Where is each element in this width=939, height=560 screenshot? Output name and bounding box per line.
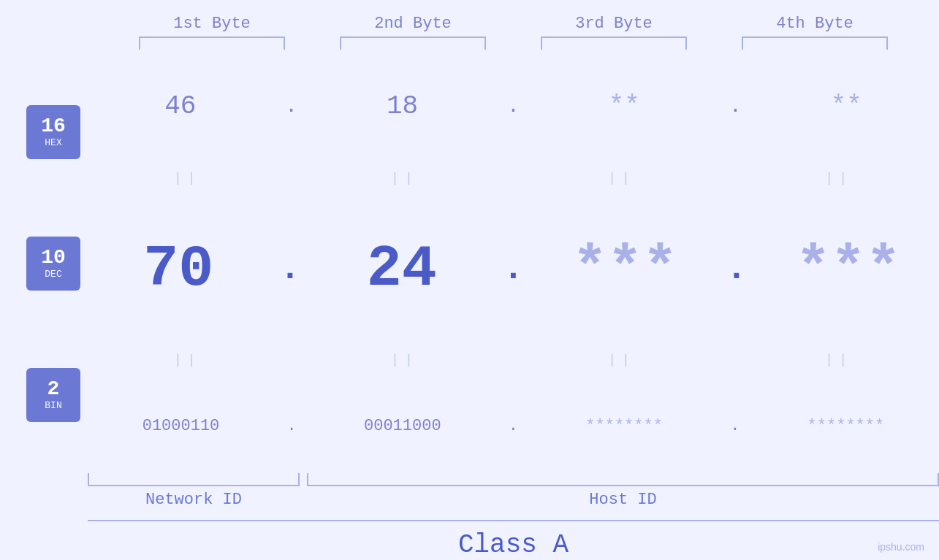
watermark: ipshu.com	[878, 541, 924, 553]
bin-b1-cell: 01000110	[101, 417, 262, 435]
sep-2-b1: ||	[107, 353, 268, 367]
dec-row: 70 . 24 . *** . ***	[88, 236, 939, 302]
bottom-section: Network ID Host ID	[88, 473, 939, 509]
network-id-label: Network ID	[88, 491, 300, 509]
dec-b1-cell: 70	[98, 236, 259, 302]
bracket-top-2	[340, 37, 486, 50]
bracket-host	[307, 473, 939, 486]
bracket-top-1	[139, 37, 285, 50]
dec-b1-value: 70	[143, 236, 213, 302]
host-id-label: Host ID	[307, 491, 939, 509]
dec-b4-cell: ***	[768, 236, 929, 302]
bin-b2-value: 00011000	[364, 417, 441, 435]
dec-b2-cell: 24	[322, 236, 482, 302]
sep-2-b2: ||	[324, 353, 485, 367]
byte3-header: 3rd Byte	[533, 15, 694, 33]
hex-b3-value: **	[609, 91, 640, 121]
sep-2-b4: ||	[759, 353, 919, 367]
badge-dec-number: 10	[41, 247, 66, 269]
badges-column: 16 HEX 10 DEC 2 BIN	[0, 66, 88, 461]
dec-dot-3: .	[726, 249, 748, 288]
dec-b2-value: 24	[367, 236, 437, 302]
bin-b1-value: 01000110	[142, 417, 220, 435]
bin-b3-cell: ********	[544, 417, 704, 435]
sep-row-2: || || || ||	[88, 353, 939, 367]
class-bracket-line	[88, 520, 939, 521]
bin-b4-cell: ********	[765, 417, 926, 435]
badge-hex: 16 HEX	[26, 105, 80, 159]
main-container: 1st Byte 2nd Byte 3rd Byte 4th Byte 16 H…	[0, 0, 939, 560]
sep-2-b3: ||	[541, 353, 702, 367]
bin-dot-2: .	[509, 417, 518, 435]
hex-dot-2: .	[507, 95, 520, 118]
sep-row-1: || || || ||	[88, 171, 939, 185]
hex-b4-cell: **	[766, 91, 927, 121]
sep-1-b2: ||	[324, 171, 485, 185]
badge-bin: 2 BIN	[26, 368, 80, 422]
top-brackets	[112, 37, 916, 50]
dec-dot-2: .	[503, 249, 524, 288]
hex-b2-value: 18	[387, 91, 418, 121]
hex-b2-cell: 18	[322, 91, 483, 121]
badge-bin-label: BIN	[45, 400, 61, 411]
byte2-header: 2nd Byte	[332, 15, 493, 33]
badge-bin-number: 2	[47, 378, 60, 401]
dec-dot-1: .	[280, 249, 301, 288]
bin-b2-cell: 00011000	[322, 417, 483, 435]
dec-b3-value: ***	[572, 236, 677, 302]
sep-1-b4: ||	[759, 171, 919, 185]
badge-dec: 10 DEC	[26, 237, 80, 291]
badge-dec-label: DEC	[45, 269, 61, 280]
hex-dot-3: .	[729, 95, 742, 118]
byte1-header: 1st Byte	[132, 15, 292, 33]
class-label: Class A	[88, 530, 939, 560]
byte-headers: 1st Byte 2nd Byte 3rd Byte 4th Byte	[112, 15, 916, 33]
dec-b4-value: ***	[796, 236, 901, 302]
bin-dot-1: .	[287, 417, 297, 435]
hex-b1-value: 46	[164, 91, 196, 121]
hex-b4-value: **	[831, 91, 862, 121]
bottom-brackets	[88, 473, 939, 486]
main-content: 16 HEX 10 DEC 2 BIN 46 . 18	[0, 57, 939, 469]
hex-row: 46 . 18 . ** . **	[88, 91, 939, 121]
bin-row: 01000110 . 00011000 . ******** . *******…	[88, 417, 939, 435]
data-area: 46 . 18 . ** . ** || ||	[88, 66, 939, 461]
bin-b4-value: ********	[807, 417, 885, 435]
sep-1-b3: ||	[541, 171, 702, 185]
bracket-network	[88, 473, 300, 486]
sep-1-b1: ||	[107, 171, 268, 185]
badge-hex-label: HEX	[45, 137, 61, 148]
hex-dot-1: .	[285, 95, 297, 118]
bracket-top-3	[541, 37, 687, 50]
bracket-top-4	[742, 37, 888, 50]
byte4-header: 4th Byte	[734, 15, 895, 33]
badge-hex-number: 16	[41, 115, 66, 138]
hex-b3-cell: **	[544, 91, 704, 121]
dec-b3-cell: ***	[544, 236, 705, 302]
hex-b1-cell: 46	[100, 91, 261, 121]
bin-b3-value: ********	[585, 417, 663, 435]
bottom-labels: Network ID Host ID	[88, 491, 939, 509]
class-section: Class A	[88, 520, 939, 560]
bin-dot-3: .	[730, 417, 740, 435]
